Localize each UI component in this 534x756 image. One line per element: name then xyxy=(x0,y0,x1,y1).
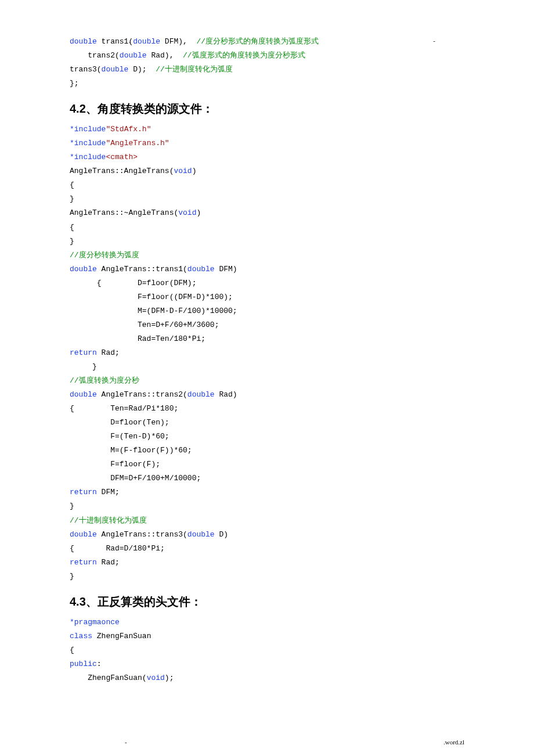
code-text: { xyxy=(70,181,74,189)
code-text: ) xyxy=(192,167,197,175)
code-text: Rad) xyxy=(215,390,237,399)
code-text: ZhengFanSuan( xyxy=(70,674,147,682)
code-text: AngleTrans::trans2( xyxy=(97,390,187,399)
comment: //弧度转换为度分秒 xyxy=(70,376,139,385)
code-text: { D=floor(DFM); xyxy=(70,279,196,287)
heading-4-3: 4.3、正反算类的头文件： xyxy=(70,594,464,610)
heading-4-2: 4.2、角度转换类的源文件： xyxy=(70,101,464,117)
string: "StdAfx.h" xyxy=(106,125,151,134)
keyword: void xyxy=(178,208,196,217)
keyword: return xyxy=(70,558,97,567)
code-text: AngleTrans::~AngleTrans( xyxy=(70,208,178,217)
code-text: } xyxy=(70,362,97,371)
code-text: Rad; xyxy=(97,558,120,567)
code-text: D=floor(Ten); xyxy=(70,418,169,427)
code-text: ) xyxy=(196,208,201,217)
keyword: double xyxy=(120,51,147,60)
code-text: Ten=D+F/60+M/3600; xyxy=(70,321,219,329)
keyword: public xyxy=(70,660,97,668)
code-text: } xyxy=(70,237,74,246)
keyword: *include xyxy=(70,153,106,161)
code-text: trans2( xyxy=(70,51,120,60)
code-text: { Ten=Rad/Pi*180; xyxy=(70,404,178,413)
keyword: return xyxy=(70,348,97,357)
footer-left: - xyxy=(125,739,127,746)
code-text: Rad=Ten/180*Pi; xyxy=(70,334,205,343)
code-text: trans1( xyxy=(97,37,133,46)
code-text: DFM; xyxy=(97,488,120,496)
code-text: M=(F-floor(F))*60; xyxy=(70,446,192,455)
keyword: double xyxy=(70,390,97,399)
code-text: DFM=D+F/100+M/10000; xyxy=(70,474,201,483)
code-text: ZhengFanSuan xyxy=(92,632,151,640)
code-text: } xyxy=(70,502,74,510)
code-text: } xyxy=(70,572,74,581)
comment: //度分秒转换为弧度 xyxy=(70,251,139,260)
keyword: double xyxy=(70,530,97,539)
keyword: double xyxy=(187,530,215,539)
code-text: F=(Ten-D)*60; xyxy=(70,432,169,441)
code-text: M=(DFM-D-F/100)*10000; xyxy=(70,307,237,315)
header-dot-right: - xyxy=(433,37,435,44)
keyword: double xyxy=(70,37,97,46)
keyword: void xyxy=(174,167,192,175)
code-block-2: *include"StdAfx.h" *include"AngleTrans.h… xyxy=(70,123,464,584)
code-text: DFM) xyxy=(215,265,237,273)
code-text: Rad; xyxy=(97,348,120,357)
code-text: { xyxy=(70,646,74,654)
keyword: return xyxy=(70,488,97,496)
keyword: class xyxy=(70,632,92,640)
string: "AngleTrans.h" xyxy=(106,139,169,147)
code-block-3: *pragmaonce class ZhengFanSuan { public:… xyxy=(70,615,464,685)
code-text: trans3( xyxy=(70,65,102,74)
code-text: DFM), xyxy=(160,37,196,46)
footer-right: .word.zl xyxy=(443,739,464,746)
code-text: }; xyxy=(70,79,79,88)
comment: //十进制度转化为弧度 xyxy=(156,65,233,74)
comment: //度分秒形式的角度转换为弧度形式 xyxy=(196,37,319,46)
comment: //十进制度转化为弧度 xyxy=(70,516,147,525)
code-text: AngleTrans::trans3( xyxy=(97,530,187,539)
page: . - double trans1(double DFM), //度分秒形式的角… xyxy=(0,0,534,756)
keyword: double xyxy=(70,265,97,273)
keyword: double xyxy=(102,65,129,74)
header-name: <cmath> xyxy=(106,153,138,161)
code-text: AngleTrans::trans1( xyxy=(97,265,187,273)
keyword: *include xyxy=(70,139,106,147)
keyword: double xyxy=(187,390,215,399)
code-text: } xyxy=(70,195,74,203)
comment: //弧度形式的角度转换为度分秒形式 xyxy=(183,51,305,60)
code-text: ); xyxy=(165,674,174,682)
header-dot-left: . xyxy=(129,37,131,44)
code-text: D); xyxy=(128,65,156,74)
code-text: : xyxy=(97,660,102,668)
keyword: double xyxy=(187,265,215,273)
keyword: *include xyxy=(70,125,106,134)
keyword: *pragmaonce xyxy=(70,618,120,627)
code-text: AngleTrans::AngleTrans( xyxy=(70,167,174,175)
code-text: { xyxy=(70,223,74,232)
keyword: void xyxy=(147,674,165,682)
code-text: D) xyxy=(215,530,228,539)
code-text: { Rad=D/180*Pi; xyxy=(70,544,165,553)
code-text: F=floor((DFM-D)*100); xyxy=(70,293,233,301)
code-text: Rad), xyxy=(147,51,183,60)
keyword: double xyxy=(133,37,160,46)
code-text: F=floor(F); xyxy=(70,460,160,469)
